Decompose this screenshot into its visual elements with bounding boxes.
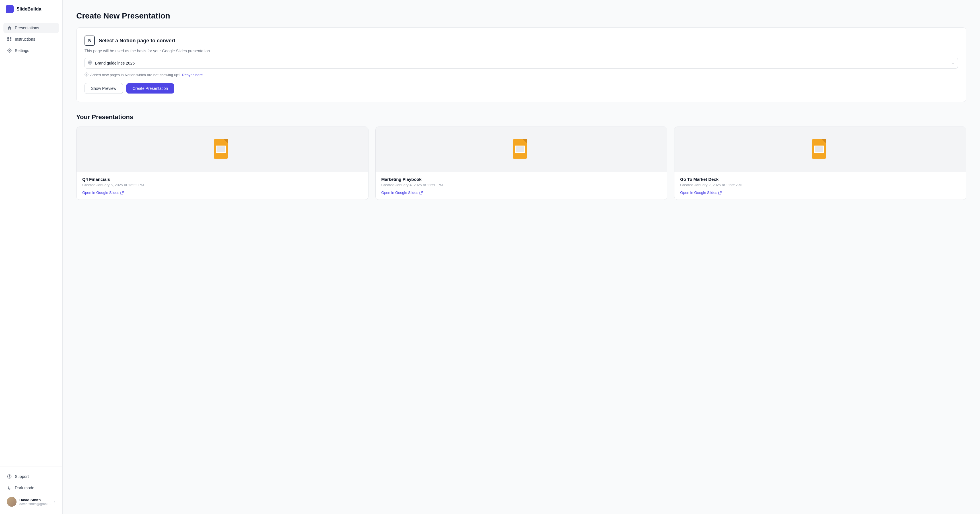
sidebar-nav: Presentations Instructions Settings xyxy=(0,18,62,466)
presentation-link-0[interactable]: Open in Google Slides xyxy=(82,190,124,195)
slides-icon-2 xyxy=(812,139,829,160)
sidebar-bottom: Support Dark mode David Smith david.smit… xyxy=(0,466,62,514)
sidebar-label-presentations: Presentations xyxy=(15,25,39,30)
presentation-date-0: Created January 5, 2025 at 13:22 PM xyxy=(82,183,363,187)
svg-rect-0 xyxy=(7,37,9,39)
card-subtitle: This page will be used as the basis for … xyxy=(84,49,958,53)
svg-rect-1 xyxy=(10,37,11,39)
sidebar: SlideBuilda Presentations Instructions xyxy=(0,0,63,514)
page-title: Create New Presentation xyxy=(76,11,966,21)
sidebar-item-presentations[interactable]: Presentations xyxy=(3,23,59,33)
avatar xyxy=(7,497,16,507)
presentation-link-1[interactable]: Open in Google Slides xyxy=(381,190,423,195)
logo-icon xyxy=(6,5,14,13)
presentation-info-1: Marketing Playbook Created January 4, 20… xyxy=(375,172,667,200)
presentation-name-1: Marketing Playbook xyxy=(381,177,662,182)
presentation-card-0[interactable]: Q4 Financials Created January 5, 2025 at… xyxy=(76,127,369,200)
presentation-link-2[interactable]: Open in Google Slides xyxy=(680,190,722,195)
gear-icon xyxy=(7,48,12,53)
sidebar-item-support[interactable]: Support xyxy=(3,471,59,482)
user-name: David Smith xyxy=(19,498,51,502)
app-name: SlideBuilda xyxy=(16,6,41,12)
show-preview-button[interactable]: Show Preview xyxy=(84,83,123,94)
sidebar-item-darkmode[interactable]: Dark mode xyxy=(3,483,59,493)
home-icon xyxy=(7,25,12,30)
sidebar-label-darkmode: Dark mode xyxy=(15,485,34,490)
user-profile[interactable]: David Smith david.smith@gmail.c... ↑ xyxy=(3,494,59,509)
svg-rect-2 xyxy=(7,40,9,41)
presentations-section-title: Your Presentations xyxy=(76,113,966,121)
presentation-thumbnail-2 xyxy=(675,127,966,172)
svg-rect-13 xyxy=(216,146,225,152)
presentation-card-1[interactable]: Marketing Playbook Created January 4, 20… xyxy=(375,127,668,200)
resync-link[interactable]: Resync here xyxy=(182,73,203,77)
presentation-info-2: Go To Market Deck Created January 2, 202… xyxy=(675,172,966,200)
sidebar-item-instructions[interactable]: Instructions xyxy=(3,34,59,44)
slides-icon-0 xyxy=(214,139,231,160)
chevron-up-icon: ↑ xyxy=(54,500,56,504)
question-icon xyxy=(7,474,12,479)
presentation-name-0: Q4 Financials xyxy=(82,177,363,182)
svg-rect-17 xyxy=(515,146,524,152)
notion-page-select[interactable]: Brand guidelines 2025 xyxy=(84,58,958,68)
notion-icon: N xyxy=(84,35,95,46)
external-link-icon-1 xyxy=(420,191,423,194)
presentation-thumbnail-0 xyxy=(76,127,368,172)
presentation-thumbnail-1 xyxy=(375,127,667,172)
svg-rect-21 xyxy=(815,146,823,152)
user-info: David Smith david.smith@gmail.c... xyxy=(19,498,51,506)
svg-rect-3 xyxy=(10,40,11,41)
presentation-name-2: Go To Market Deck xyxy=(680,177,960,182)
resync-row: Added new pages in Notion which are not … xyxy=(84,73,958,77)
presentation-date-1: Created January 4, 2025 at 11:50 PM xyxy=(381,183,662,187)
create-presentation-button[interactable]: Create Presentation xyxy=(126,83,175,94)
sidebar-label-instructions: Instructions xyxy=(15,37,35,41)
presentation-info-0: Q4 Financials Created January 5, 2025 at… xyxy=(76,172,368,200)
info-icon xyxy=(84,73,89,77)
grid-icon xyxy=(7,36,12,42)
sidebar-label-support: Support xyxy=(15,474,29,479)
svg-point-4 xyxy=(9,50,10,51)
sidebar-item-settings[interactable]: Settings xyxy=(3,46,59,56)
resync-text: Added new pages in Notion which are not … xyxy=(90,73,180,77)
notion-page-card: N Select a Notion page to convert This p… xyxy=(76,27,966,102)
slides-icon-1 xyxy=(513,139,530,160)
user-email: david.smith@gmail.c... xyxy=(19,502,51,506)
external-link-icon-2 xyxy=(718,191,722,194)
sidebar-label-settings: Settings xyxy=(15,48,29,53)
button-row: Show Preview Create Presentation xyxy=(84,83,958,94)
app-logo: SlideBuilda xyxy=(0,0,62,18)
presentations-grid: Q4 Financials Created January 5, 2025 at… xyxy=(76,127,966,200)
moon-icon xyxy=(7,485,12,490)
card-title: Select a Notion page to convert xyxy=(99,38,175,44)
card-header: N Select a Notion page to convert xyxy=(84,35,958,46)
external-link-icon-0 xyxy=(120,191,124,194)
svg-point-6 xyxy=(9,477,10,478)
presentation-card-2[interactable]: Go To Market Deck Created January 2, 202… xyxy=(674,127,966,200)
page-select-wrapper: Brand guidelines 2025 ⌄ xyxy=(84,58,958,68)
presentation-date-2: Created January 2, 2025 at 11:35 AM xyxy=(680,183,960,187)
main-content: Create New Presentation N Select a Notio… xyxy=(63,0,980,514)
globe-icon xyxy=(88,60,92,66)
